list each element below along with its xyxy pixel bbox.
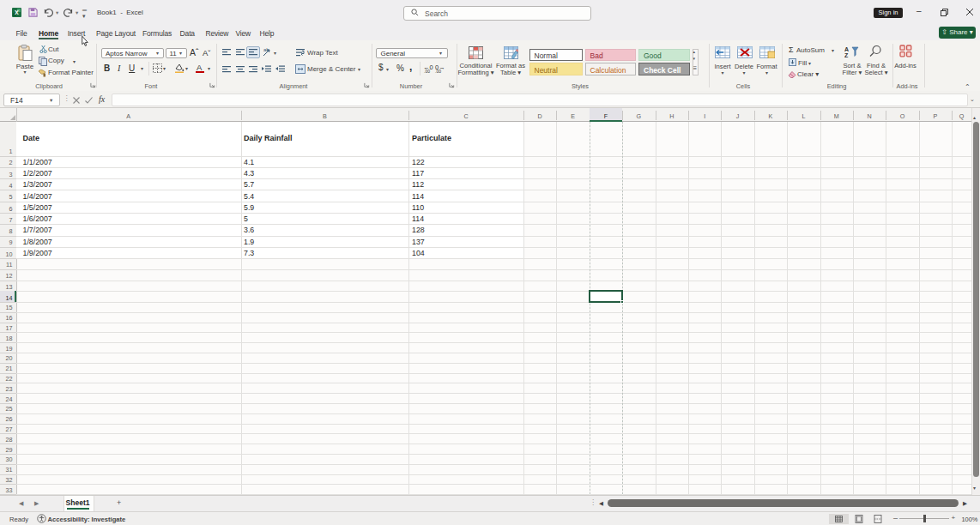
svg-text:ab: ab [263, 47, 269, 52]
svg-text:A: A [844, 46, 849, 52]
svg-text:X: X [15, 9, 19, 16]
svg-text:Z: Z [844, 52, 849, 58]
